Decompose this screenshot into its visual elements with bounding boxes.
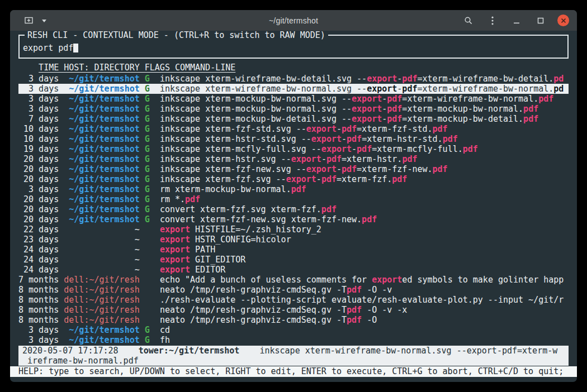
- command-match: export: [372, 275, 402, 285]
- history-row[interactable]: 24 days ~ export EDITOR: [18, 265, 569, 275]
- chevron-down-icon: [41, 18, 48, 23]
- command-match: pdf: [387, 104, 402, 114]
- menu-button[interactable]: [485, 13, 500, 28]
- command-text: =xterm-mcfly-full.: [372, 144, 463, 154]
- history-row[interactable]: 8 months dell:~/git/resh neato /tmp/resh…: [18, 315, 569, 325]
- history-row[interactable]: 3 days ~/git/termshot G cd: [18, 325, 569, 335]
- command-text: -: [352, 144, 357, 154]
- flags-cell: G: [145, 204, 160, 214]
- search-button[interactable]: [461, 13, 476, 28]
- new-tab-button[interactable]: [21, 13, 36, 28]
- command-text: echo "Add a bunch of useless comments fo…: [160, 275, 372, 285]
- command-match: pdf: [387, 114, 402, 124]
- history-row[interactable]: 8 months dell:~/git/resh neato /tmp/resh…: [18, 305, 569, 315]
- history-row[interactable]: 7 days ~/git/termshot G inkscape xterm-m…: [18, 114, 569, 124]
- host-cell: ~: [64, 245, 145, 255]
- command-match: export: [352, 104, 382, 114]
- history-row[interactable]: 3 days ~/git/termshot G inkscape xterm-m…: [18, 104, 569, 114]
- flags-cell: G: [145, 94, 160, 104]
- history-row[interactable]: 20 days ~/git/termshot G inkscape xterm-…: [18, 154, 569, 164]
- command-match: pdf: [321, 174, 337, 184]
- command-text: PATH: [190, 245, 215, 255]
- command-text: inkscape xterm-hstr.svg --: [160, 154, 291, 164]
- history-row[interactable]: 20 days ~/git/termshot G convert xterm-f…: [18, 214, 569, 224]
- host-cell: ~/git/termshot: [64, 104, 145, 114]
- command-text: -: [382, 114, 387, 124]
- search-query-input[interactable]: export pdf: [23, 43, 564, 53]
- history-list: 3 days ~/git/termshot G inkscape xterm-w…: [18, 74, 569, 345]
- command-text: HISTFILE=~/.zsh_history_2: [190, 224, 321, 235]
- history-row[interactable]: 22 days ~ export HISTFILE=~/.zsh_history…: [18, 224, 569, 235]
- history-row[interactable]: 7 months dell:~/git/resh echo "Add a bun…: [18, 275, 569, 285]
- time-cell: 3 days: [18, 325, 64, 335]
- time-cell: 19 days: [18, 144, 64, 154]
- command-text: HSTR_CONFIG=hicolor: [190, 235, 291, 245]
- status-datetime: 2020-05-07 17:17:28: [22, 346, 119, 356]
- command-match: pdf: [387, 94, 402, 104]
- time-cell: 20 days: [18, 174, 64, 184]
- command-match: pdf: [347, 285, 362, 295]
- flags-cell: [145, 295, 160, 305]
- history-row[interactable]: 20 days ~/git/termshot G inkscape xterm-…: [18, 174, 569, 184]
- command-match: export: [306, 164, 337, 174]
- host-cell: ~/git/termshot: [64, 134, 145, 144]
- command-text: -: [316, 174, 321, 184]
- history-row[interactable]: 20 days ~/git/termshot G convert xterm-f…: [18, 204, 569, 214]
- history-row[interactable]: 3 days ~/git/termshot G fh: [18, 335, 569, 345]
- minimize-button[interactable]: [509, 13, 524, 28]
- flags-cell: G: [145, 144, 160, 154]
- history-row[interactable]: 3 days ~/git/termshot G inkscape xterm-m…: [18, 94, 569, 104]
- command-text: -: [337, 124, 342, 134]
- history-row[interactable]: 3 days ~/git/termshot G rm xterm-mockup-…: [18, 184, 569, 194]
- command-text: ./resh-evaluate --plotting-script evalua…: [160, 295, 564, 305]
- time-cell: 24 days: [18, 245, 64, 255]
- new-tab-icon: [24, 16, 34, 25]
- history-row[interactable]: 3 days ~/git/termshot G inkscape xterm-w…: [18, 74, 569, 84]
- maximize-icon: [537, 17, 545, 25]
- flags-cell: G: [145, 124, 160, 134]
- status-line-2: ireframe-bw-normal.pdf: [22, 356, 565, 366]
- history-row[interactable]: 20 days ~/git/termshot G rm *.pdf: [18, 194, 569, 204]
- time-cell: 10 days: [18, 134, 64, 144]
- flags-cell: [145, 224, 160, 235]
- time-cell: 24 days: [18, 265, 64, 275]
- tab-list-dropdown-button[interactable]: [37, 13, 51, 28]
- command-text: inkscape xterm-mockup-bw-normal.svg --: [160, 104, 352, 114]
- history-row[interactable]: 10 days ~/git/termshot G inkscape xterm-…: [18, 134, 569, 144]
- host-cell: ~: [64, 224, 145, 235]
- table-header-text: TIME HOST: DIRECTORY FLAGS COMMAND-LINE: [39, 63, 235, 73]
- history-row[interactable]: 19 days ~/git/termshot G inkscape xterm-…: [18, 144, 569, 154]
- flags-cell: [145, 275, 160, 285]
- command-text: neato /tmp/resh-graphviz-cmdSeq.gv -T: [160, 285, 347, 295]
- time-cell: 20 days: [18, 164, 64, 174]
- command-match: pdf: [347, 134, 362, 144]
- time-cell: 20 days: [18, 154, 64, 164]
- close-button[interactable]: [557, 15, 569, 26]
- history-row[interactable]: 10 days ~/git/termshot G inkscape xterm-…: [18, 124, 569, 134]
- command-text: -: [342, 134, 347, 144]
- history-row[interactable]: 8 months dell:~/git/resh neato /tmp/resh…: [18, 285, 569, 295]
- maximize-button[interactable]: [533, 13, 548, 28]
- time-cell: 7 months: [18, 275, 64, 285]
- titlebar-left-controls: [10, 13, 51, 28]
- history-row[interactable]: 8 months dell:~/git/resh ./resh-evaluate…: [18, 295, 569, 305]
- history-row[interactable]: 20 days ~/git/termshot G inkscape xterm-…: [18, 164, 569, 174]
- host-cell: ~/git/termshot: [64, 174, 145, 184]
- table-header: TIME HOST: DIRECTORY FLAGS COMMAND-LINE: [18, 63, 569, 73]
- time-cell: 3 days: [18, 84, 64, 94]
- command-text: inkscape xterm-wireframe-bw-normal.svg -…: [160, 84, 367, 94]
- command-match: export: [311, 134, 342, 144]
- history-row[interactable]: 24 days ~ export GIT_EDITOR: [18, 255, 569, 265]
- flags-cell: [145, 305, 160, 315]
- command-text: =xterm-fzf.: [337, 174, 392, 184]
- command-match: export: [160, 265, 190, 275]
- history-row[interactable]: 23 days ~ export HSTR_CONFIG=hicolor: [18, 235, 569, 245]
- host-cell: ~/git/termshot: [64, 144, 145, 154]
- flags-cell: G: [145, 114, 160, 124]
- command-text: =xterm-mockup-bw-normal.: [402, 104, 523, 114]
- history-row[interactable]: 24 days ~ export PATH: [18, 245, 569, 255]
- time-cell: 3 days: [18, 335, 64, 345]
- command-text: -O: [362, 315, 377, 325]
- history-row-selected[interactable]: 3 days ~/git/termshot G inkscape xterm-w…: [18, 84, 569, 94]
- command-match: pdf: [523, 104, 538, 114]
